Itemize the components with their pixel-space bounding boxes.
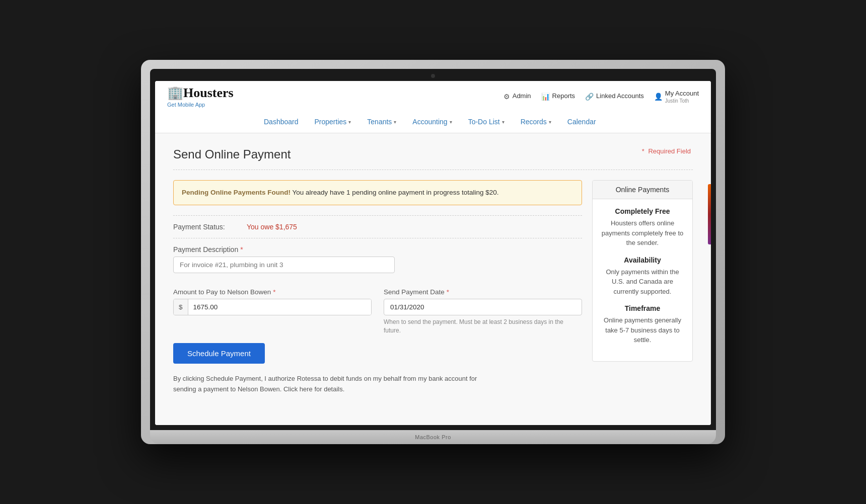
linked-accounts-nav-item[interactable]: 🔗 Linked Accounts — [585, 92, 644, 101]
sidebar-card-body: Completely Free Housters offers online p… — [593, 199, 692, 361]
admin-label: Admin — [513, 92, 531, 101]
mobile-app-link[interactable]: Get Mobile App — [167, 102, 234, 108]
description-group: Payment Description * — [173, 245, 582, 273]
nav-properties[interactable]: Properties ▾ — [307, 112, 359, 133]
sidebar-free-section: Completely Free Housters offers online p… — [601, 207, 684, 248]
sidebar-free-title: Completely Free — [601, 207, 684, 215]
date-hint: When to send the payment. Must be at lea… — [384, 318, 582, 335]
logo-icon: 🏢 — [167, 85, 183, 101]
required-label: Required Field — [648, 147, 691, 155]
accounting-dropdown-arrow: ▾ — [450, 119, 452, 125]
reports-nav-item[interactable]: 📊 Reports — [541, 92, 575, 101]
amount-required-star: * — [273, 288, 275, 296]
laptop-base: MacBook Pro — [150, 430, 716, 444]
nav-accounting[interactable]: Accounting ▾ — [404, 112, 460, 133]
my-account-nav-item[interactable]: 👤 My Account Justin Toth — [654, 89, 699, 103]
date-field-group: Send Payment Date * When to send the pay… — [384, 288, 582, 335]
nav-dashboard[interactable]: Dashboard — [256, 112, 307, 133]
header-top: 🏢 Housters Get Mobile App ⚙ Admin 📊 — [155, 81, 711, 112]
sidebar: Online Payments Completely Free Housters… — [592, 180, 693, 394]
required-note: * Required Field — [642, 147, 693, 155]
my-account-label: My Account — [665, 90, 699, 97]
records-dropdown-arrow: ▾ — [549, 119, 551, 125]
required-star: * — [642, 147, 644, 155]
tenants-dropdown-arrow: ▾ — [394, 119, 396, 125]
payment-status-section: Payment Status: You owe $1,675 — [173, 215, 582, 238]
sidebar-timeframe-text: Online payments generally take 5-7 busin… — [601, 315, 684, 345]
amount-label: Amount to Pay to Nelson Bowen * — [173, 288, 372, 296]
description-section: Payment Description * — [173, 238, 582, 288]
pending-payments-alert: Pending Online Payments Found! You alrea… — [173, 180, 582, 205]
payment-status-row: Payment Status: You owe $1,675 — [173, 223, 582, 231]
gear-icon: ⚙ — [503, 93, 510, 101]
nav-tenants-label: Tenants — [367, 118, 392, 126]
account-username: Justin Toth — [665, 99, 699, 104]
auth-text: By clicking Schedule Payment, I authoriz… — [173, 374, 485, 395]
sidebar-availability-text: Only payments within the U.S. and Canada… — [601, 267, 684, 297]
main-content: Send Online Payment * Required Field Pen… — [155, 133, 711, 425]
header-nav-right: ⚙ Admin 📊 Reports 🔗 Linked Accounts — [503, 89, 699, 103]
linked-accounts-label: Linked Accounts — [596, 92, 644, 101]
logo-area: 🏢 Housters Get Mobile App — [167, 85, 234, 108]
nav-records-label: Records — [521, 118, 547, 126]
description-label: Payment Description * — [173, 245, 582, 254]
page-divider — [173, 170, 693, 170]
date-required-star: * — [447, 288, 449, 296]
nav-properties-label: Properties — [315, 118, 347, 126]
amount-input-wrapper: $ — [173, 299, 372, 315]
main-nav: Dashboard Properties ▾ Tenants ▾ Account… — [155, 112, 711, 133]
logo: 🏢 Housters — [167, 85, 234, 101]
nav-calendar-label: Calendar — [567, 118, 596, 126]
sidebar-availability-section: Availability Only payments within the U.… — [601, 256, 684, 297]
date-label: Send Payment Date * — [384, 288, 582, 296]
date-input[interactable] — [384, 299, 582, 315]
properties-dropdown-arrow: ▾ — [348, 119, 351, 125]
payment-status-value: You owe $1,675 — [247, 223, 297, 231]
user-icon: 👤 — [654, 93, 663, 101]
link-icon: 🔗 — [585, 93, 594, 101]
sidebar-timeframe-title: Timeframe — [601, 304, 684, 312]
nav-records[interactable]: Records ▾ — [513, 112, 559, 133]
accent-bar — [708, 184, 711, 244]
logo-text-label: Housters — [183, 86, 234, 101]
page-header: Send Online Payment * Required Field — [173, 147, 693, 161]
description-required-star: * — [240, 245, 243, 254]
nav-accounting-label: Accounting — [412, 118, 447, 126]
nav-tenants[interactable]: Tenants ▾ — [359, 112, 404, 133]
dollar-prefix: $ — [174, 299, 188, 315]
sidebar-timeframe-section: Timeframe Online payments generally take… — [601, 304, 684, 345]
alert-text: You already have 1 pending online paymen… — [293, 189, 499, 196]
chart-icon: 📊 — [541, 93, 550, 101]
alert-bold: Pending Online Payments Found! — [182, 189, 291, 196]
description-input[interactable] — [173, 257, 395, 273]
laptop-model-label: MacBook Pro — [415, 434, 451, 440]
amount-date-fields: Amount to Pay to Nelson Bowen * $ — [173, 288, 582, 335]
nav-calendar[interactable]: Calendar — [559, 112, 604, 133]
sidebar-card: Online Payments Completely Free Housters… — [592, 180, 693, 362]
reports-label: Reports — [552, 92, 575, 101]
nav-todo[interactable]: To-Do List ▾ — [460, 112, 513, 133]
main-form: Pending Online Payments Found! You alrea… — [173, 180, 582, 394]
sidebar-card-header: Online Payments — [593, 181, 692, 199]
amount-field-group: Amount to Pay to Nelson Bowen * $ — [173, 288, 372, 335]
nav-todo-label: To-Do List — [468, 118, 500, 126]
schedule-payment-button[interactable]: Schedule Payment — [173, 343, 265, 364]
payment-status-label: Payment Status: — [173, 223, 239, 231]
nav-dashboard-label: Dashboard — [264, 118, 299, 126]
sidebar-availability-title: Availability — [601, 256, 684, 264]
amount-input[interactable] — [188, 299, 371, 315]
todo-dropdown-arrow: ▾ — [502, 119, 504, 125]
admin-nav-item[interactable]: ⚙ Admin — [503, 92, 531, 101]
sidebar-free-text: Housters offers online payments complete… — [601, 218, 684, 248]
page-title: Send Online Payment — [173, 147, 291, 161]
content-layout: Pending Online Payments Found! You alrea… — [173, 180, 693, 394]
app-header: 🏢 Housters Get Mobile App ⚙ Admin 📊 — [155, 81, 711, 133]
